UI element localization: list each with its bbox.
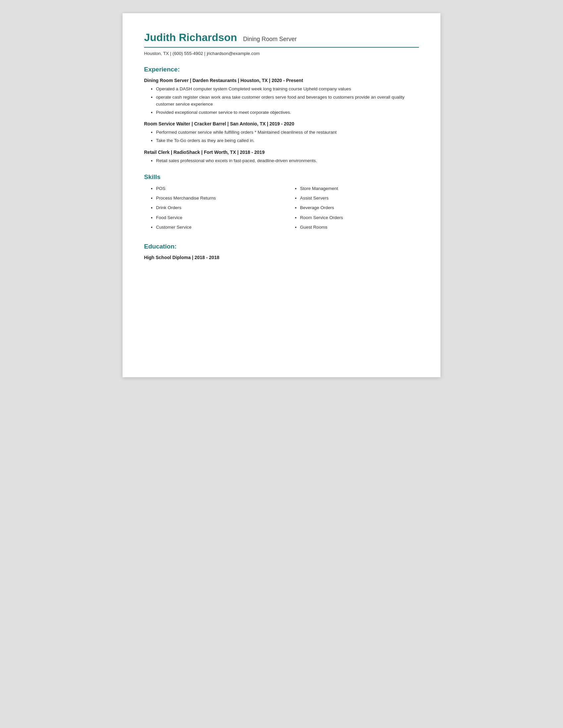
job-bullets-1: Operated a DASH computer system Complete… [144,86,419,116]
skill-item: Store Management [300,185,419,192]
skill-item: Assist Servers [300,195,419,202]
job-title-1: Dining Room Server | Darden Restaurants … [144,78,419,83]
skill-item: Food Service [156,214,275,221]
bullet-item: Performed customer service while fulfill… [156,129,419,136]
skill-item: Process Merchandise Returns [156,195,275,202]
skill-item: Customer Service [156,224,275,231]
bullet-item: Retail sales professional who excels in … [156,158,419,164]
job-title-header: Dining Room Server [243,36,297,43]
full-name: Judith Richardson [144,31,237,44]
skill-item: Guest Rooms [300,224,419,231]
bullet-item: Operated a DASH computer system Complete… [156,86,419,92]
education-entry-1: High School Diploma | 2018 - 2018 [144,255,419,260]
job-bullets-3: Retail sales professional who excels in … [144,158,419,164]
experience-heading: Experience: [144,66,419,73]
skills-right-column: Store Management Assist Servers Beverage… [288,185,419,234]
job-title-3: Retail Clerk | RadioShack | Fort Worth, … [144,150,419,155]
skill-item: Drink Orders [156,205,275,211]
job-entry-1: Dining Room Server | Darden Restaurants … [144,78,419,116]
job-bullets-2: Performed customer service while fulfill… [144,129,419,144]
skills-grid: POS Process Merchandise Returns Drink Or… [144,185,419,234]
job-title-2: Room Service Waiter | Cracker Barrel | S… [144,121,419,126]
skills-heading: Skills [144,173,419,181]
bullet-item: Take the To-Go orders as they are being … [156,137,419,144]
experience-section: Experience: Dining Room Server | Darden … [144,66,419,164]
job-entry-2: Room Service Waiter | Cracker Barrel | S… [144,121,419,144]
skill-item: POS [156,185,275,192]
divider-line [144,47,419,48]
skill-item: Beverage Orders [300,205,419,211]
skills-left-column: POS Process Merchandise Returns Drink Or… [144,185,275,234]
education-heading: Education: [144,243,419,250]
name-title-row: Judith Richardson Dining Room Server [144,31,419,44]
education-section: Education: High School Diploma | 2018 - … [144,243,419,260]
job-entry-3: Retail Clerk | RadioShack | Fort Worth, … [144,150,419,164]
skills-section: Skills POS Process Merchandise Returns D… [144,173,419,234]
skill-item: Room Service Orders [300,214,419,221]
header-section: Judith Richardson Dining Room Server Hou… [144,31,419,56]
resume-page: Judith Richardson Dining Room Server Hou… [122,13,441,377]
contact-info: Houston, TX | (600) 555-4902 | jrichards… [144,51,419,56]
bullet-item: operate cash register clean work area ta… [156,94,419,108]
bullet-item: Provided exceptional customer service to… [156,109,419,116]
